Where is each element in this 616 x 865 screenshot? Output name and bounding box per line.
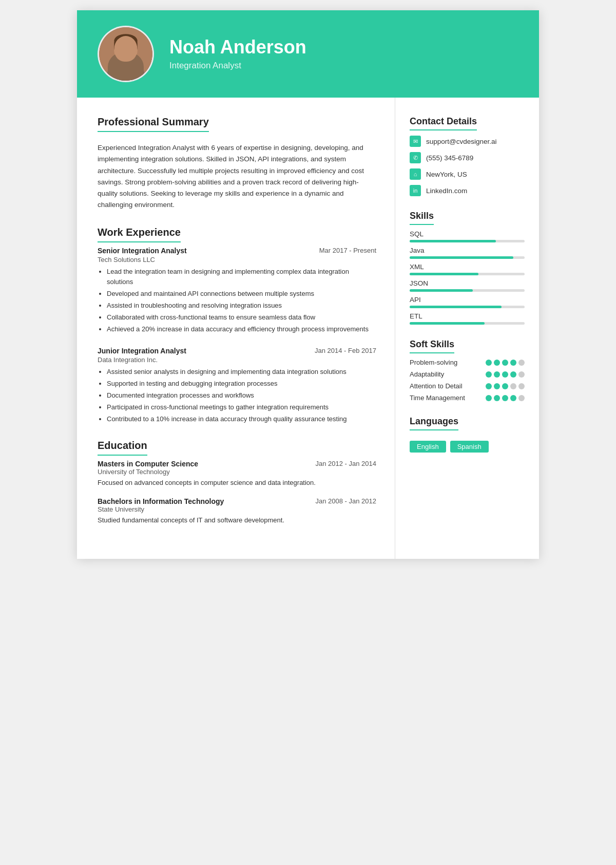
skill-fill: [410, 256, 513, 259]
svg-rect-5: [114, 41, 119, 50]
skill-fill: [410, 273, 478, 275]
bullet-item: Documented integration processes and wor…: [107, 390, 376, 401]
filled-dot: [494, 360, 500, 366]
edu-dates: Jan 2012 - Jan 2014: [315, 460, 376, 467]
education-title: Education: [98, 440, 147, 456]
empty-dot: [518, 383, 525, 389]
edu-dates: Jan 2008 - Jan 2012: [315, 497, 376, 505]
job-header: Senior Integration Analyst Mar 2017 - Pr…: [98, 247, 376, 255]
contact-icon: ✉: [410, 136, 421, 147]
skill-bar: [410, 240, 525, 242]
skill-item: API: [410, 296, 525, 308]
soft-skill-item: Problem-solving: [410, 359, 525, 366]
contact-value: NewYork, US: [426, 171, 467, 178]
soft-skill-name: Adaptability: [410, 370, 444, 378]
svg-point-3: [114, 38, 137, 63]
summary-text: Experienced Integration Analyst with 6 y…: [98, 142, 376, 211]
skill-bar: [410, 322, 525, 325]
filled-dot: [510, 395, 516, 401]
skills-list: SQL Java XML JSON API ETL: [410, 230, 525, 325]
summary-section: Professional Summary Experienced Integra…: [98, 116, 376, 211]
soft-dots: [486, 395, 525, 401]
contact-value: (555) 345-6789: [426, 154, 473, 162]
edu-desc: Focused on advanced concepts in computer…: [98, 478, 376, 488]
skills-title: Skills: [410, 211, 434, 225]
contact-value: LinkedIn.com: [426, 187, 467, 195]
bullet-item: Participated in cross-functional meeting…: [107, 402, 376, 413]
avatar: [98, 26, 154, 82]
edu-school: University of Technology: [98, 468, 376, 476]
empty-dot: [518, 360, 525, 366]
edu-header: Masters in Computer Science Jan 2012 - J…: [98, 460, 376, 468]
svg-rect-6: [133, 41, 138, 50]
filled-dot: [494, 395, 500, 401]
bullet-item: Developed and maintained API connections…: [107, 289, 376, 299]
filled-dot: [486, 395, 492, 401]
bullet-item: Assisted senior analysts in designing an…: [107, 367, 376, 378]
skill-item: XML: [410, 263, 525, 275]
soft-skill-name: Attention to Detail: [410, 382, 463, 390]
skill-name: ETL: [410, 312, 525, 320]
soft-skill-item: Adaptability: [410, 370, 525, 378]
skills-section: Skills SQL Java XML JSON API ETL: [410, 211, 525, 325]
filled-dot: [494, 371, 500, 378]
svg-point-9: [125, 53, 127, 55]
bullet-item: Lead the integration team in designing a…: [107, 267, 376, 288]
filled-dot: [502, 395, 508, 401]
skill-bar: [410, 256, 525, 259]
body: Professional Summary Experienced Integra…: [77, 98, 539, 559]
contact-section: Contact Details ✉support@cvdesigner.ai✆(…: [410, 116, 525, 196]
summary-title: Professional Summary: [98, 116, 209, 132]
filled-dot: [502, 383, 508, 389]
filled-dot: [486, 360, 492, 366]
svg-rect-2: [121, 58, 131, 65]
contact-title: Contact Details: [410, 116, 477, 130]
work-experience-title: Work Experience: [98, 227, 181, 242]
header-text: Noah Anderson Integration Analyst: [169, 37, 518, 71]
job-company: Data Integration Inc.: [98, 356, 376, 364]
job-header: Junior Integration Analyst Jan 2014 - Fe…: [98, 347, 376, 355]
soft-dots: [486, 360, 525, 366]
filled-dot: [502, 371, 508, 378]
contact-icon: in: [410, 185, 421, 196]
svg-point-4: [114, 34, 137, 47]
svg-point-10: [117, 57, 134, 64]
edu-school: State University: [98, 505, 376, 513]
contact-value: support@cvdesigner.ai: [426, 138, 497, 145]
soft-skills-section: Soft Skills Problem-solvingAdaptabilityA…: [410, 339, 525, 402]
job-title: Senior Integration Analyst: [98, 247, 187, 255]
filled-dot: [510, 371, 516, 378]
empty-dot: [518, 395, 525, 401]
contact-item: inLinkedIn.com: [410, 185, 525, 196]
bullet-item: Collaborated with cross-functional teams…: [107, 312, 376, 323]
filled-dot: [510, 360, 516, 366]
candidate-title: Integration Analyst: [169, 61, 518, 71]
contact-icon: ✆: [410, 152, 421, 163]
skill-item: Java: [410, 247, 525, 259]
job-bullets: Assisted senior analysts in designing an…: [98, 367, 376, 424]
contact-item: ✆(555) 345-6789: [410, 152, 525, 163]
edu-item: Bachelors in Information Technology Jan …: [98, 497, 376, 525]
skill-fill: [410, 322, 485, 325]
soft-dots: [486, 383, 525, 389]
skill-fill: [410, 240, 496, 242]
language-badges: EnglishSpanish: [410, 441, 525, 453]
skill-bar: [410, 289, 525, 292]
filled-dot: [486, 383, 492, 389]
job-dates: Mar 2017 - Present: [319, 247, 376, 254]
languages-title: Languages: [410, 416, 458, 430]
work-experience-section: Work Experience Senior Integration Analy…: [98, 227, 376, 425]
edu-degree: Bachelors in Information Technology: [98, 497, 224, 505]
main-column: Professional Summary Experienced Integra…: [77, 98, 395, 559]
skill-item: SQL: [410, 230, 525, 242]
skill-bar: [410, 273, 525, 275]
contact-item: ⌂NewYork, US: [410, 168, 525, 180]
skill-fill: [410, 306, 502, 308]
skill-item: ETL: [410, 312, 525, 325]
contact-list: ✉support@cvdesigner.ai✆(555) 345-6789⌂Ne…: [410, 136, 525, 196]
bullet-item: Assisted in troubleshooting and resolvin…: [107, 300, 376, 311]
skill-name: XML: [410, 263, 525, 271]
soft-skill-item: Attention to Detail: [410, 382, 525, 390]
svg-point-1: [107, 61, 144, 82]
empty-dot: [518, 371, 525, 378]
